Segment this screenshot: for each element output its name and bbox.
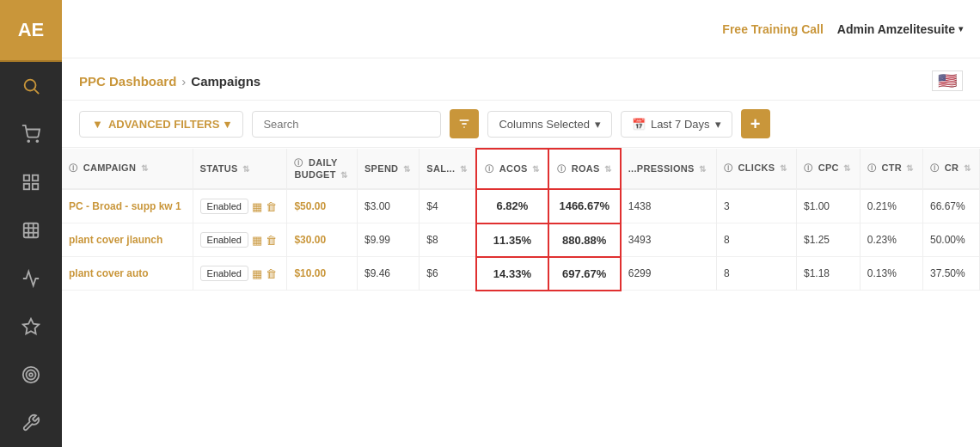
edit-icon[interactable]: ▦ bbox=[252, 267, 262, 280]
svg-rect-7 bbox=[24, 184, 29, 189]
delete-icon[interactable]: 🗑 bbox=[266, 267, 277, 280]
campaign-link[interactable]: plant cover jlaunch bbox=[69, 234, 162, 246]
cell-impressions: 1438 bbox=[621, 189, 717, 224]
search-input[interactable] bbox=[252, 111, 441, 138]
search-wrap bbox=[252, 111, 441, 138]
sidebar: AE bbox=[0, 0, 62, 447]
date-chevron-icon: ▾ bbox=[715, 118, 721, 131]
status-sort-icon[interactable]: ⇅ bbox=[242, 164, 249, 174]
topbar: Free Training Call Admin Amzelitesuite ▾ bbox=[62, 0, 980, 58]
user-menu[interactable]: Admin Amzelitesuite ▾ bbox=[837, 22, 963, 36]
add-button[interactable]: + bbox=[741, 109, 770, 138]
campaign-link[interactable]: plant cover auto bbox=[69, 267, 149, 279]
date-range-button[interactable]: 📅 Last 7 Days ▾ bbox=[621, 111, 732, 138]
spend-sort-icon[interactable]: ⇅ bbox=[403, 164, 410, 174]
th-ctr: ⓘ CTR ⇅ bbox=[860, 149, 922, 189]
clicks-info-icon: ⓘ bbox=[724, 163, 732, 173]
clicks-sort-icon[interactable]: ⇅ bbox=[780, 163, 787, 173]
cr-sort-icon[interactable]: ⇅ bbox=[964, 163, 971, 173]
th-sales: SAL... ⇅ bbox=[420, 149, 476, 189]
cell-acos: 11.35% bbox=[476, 224, 548, 257]
breadcrumb-bar: PPC Dashboard › Campaigns 🇺🇸 bbox=[62, 58, 980, 101]
delete-icon[interactable]: 🗑 bbox=[266, 234, 277, 247]
budget-sort-icon[interactable]: ⇅ bbox=[340, 170, 347, 180]
cr-info-icon: ⓘ bbox=[930, 163, 939, 173]
sales-sort-icon[interactable]: ⇅ bbox=[460, 164, 467, 174]
cell-campaign: PC - Broad - supp kw 1 bbox=[62, 189, 193, 224]
cell-status: Enabled ▦ 🗑 bbox=[193, 224, 287, 257]
svg-rect-4 bbox=[24, 175, 29, 181]
cell-roas: 697.67% bbox=[548, 257, 621, 291]
cpc-info-icon: ⓘ bbox=[804, 163, 812, 173]
user-chevron-icon: ▾ bbox=[959, 24, 963, 34]
cell-cr: 37.50% bbox=[922, 257, 979, 291]
cell-ctr: 0.21% bbox=[860, 189, 922, 224]
table-row: plant cover jlaunchEnabled ▦ 🗑$30.00$9.9… bbox=[62, 224, 980, 257]
table-row: PC - Broad - supp kw 1Enabled ▦ 🗑$50.00$… bbox=[62, 189, 980, 224]
cell-cr: 66.67% bbox=[922, 189, 979, 224]
country-flag[interactable]: 🇺🇸 bbox=[932, 70, 963, 91]
adv-filters-chevron-icon: ▾ bbox=[224, 118, 230, 131]
cell-daily_budget: $30.00 bbox=[287, 224, 358, 257]
cell-cpc: $1.25 bbox=[796, 224, 860, 257]
svg-point-2 bbox=[28, 140, 29, 142]
filter-apply-button[interactable] bbox=[450, 109, 479, 138]
cell-sales: $8 bbox=[420, 224, 476, 257]
budget-value: $10.00 bbox=[294, 267, 326, 279]
sidebar-item-target[interactable] bbox=[0, 351, 62, 399]
cell-clicks: 8 bbox=[716, 224, 796, 257]
budget-value: $50.00 bbox=[294, 200, 326, 212]
columns-selected-button[interactable]: Columns Selected ▾ bbox=[487, 111, 612, 138]
th-daily-budget: ⓘ DAILYBUDGET ⇅ bbox=[287, 149, 358, 189]
th-status: STATUS ⇅ bbox=[193, 149, 287, 189]
acos-info-icon: ⓘ bbox=[485, 164, 493, 174]
svg-rect-8 bbox=[24, 224, 39, 238]
table-body: PC - Broad - supp kw 1Enabled ▦ 🗑$50.00$… bbox=[62, 189, 980, 291]
acos-sort-icon[interactable]: ⇅ bbox=[532, 164, 539, 174]
sidebar-item-tools[interactable] bbox=[0, 399, 62, 447]
th-impressions: ...PRESSIONS ⇅ bbox=[621, 149, 717, 189]
cell-roas: 1466.67% bbox=[548, 189, 621, 224]
roas-sort-icon[interactable]: ⇅ bbox=[604, 164, 611, 174]
ctr-sort-icon[interactable]: ⇅ bbox=[906, 163, 913, 173]
calendar-icon: 📅 bbox=[632, 118, 646, 131]
campaign-sort-icon[interactable]: ⇅ bbox=[141, 163, 148, 173]
cell-acos: 6.82% bbox=[476, 189, 548, 224]
th-clicks: ⓘ CLICKS ⇅ bbox=[716, 149, 796, 189]
svg-point-3 bbox=[36, 140, 38, 142]
campaigns-table-wrap: ⓘ CAMPAIGN ⇅ STATUS ⇅ ⓘ DAILYBUDGET ⇅ bbox=[62, 148, 980, 447]
edit-icon[interactable]: ▦ bbox=[252, 234, 262, 247]
sidebar-item-reports[interactable] bbox=[0, 158, 62, 206]
advanced-filters-button[interactable]: ▼ ADVANCED FILTERS ▾ bbox=[79, 111, 243, 138]
svg-rect-6 bbox=[33, 184, 38, 189]
breadcrumb-ppc-link[interactable]: PPC Dashboard bbox=[79, 74, 176, 89]
cell-daily_budget: $50.00 bbox=[287, 189, 358, 224]
ctr-info-icon: ⓘ bbox=[867, 163, 876, 173]
breadcrumb-current: Campaigns bbox=[191, 74, 260, 89]
cell-daily_budget: $10.00 bbox=[287, 257, 358, 291]
cell-impressions: 6299 bbox=[621, 257, 717, 291]
impr-sort-icon[interactable]: ⇅ bbox=[699, 164, 706, 174]
cell-sales: $4 bbox=[420, 189, 476, 224]
svg-point-0 bbox=[25, 80, 36, 91]
sidebar-item-chart[interactable] bbox=[0, 254, 62, 303]
cpc-sort-icon[interactable]: ⇅ bbox=[843, 163, 850, 173]
sidebar-item-grid[interactable] bbox=[0, 206, 62, 254]
sidebar-item-search[interactable] bbox=[0, 62, 62, 110]
svg-point-15 bbox=[27, 370, 36, 380]
status-badge: Enabled bbox=[200, 266, 248, 281]
cell-cr: 50.00% bbox=[922, 224, 979, 257]
edit-icon[interactable]: ▦ bbox=[252, 200, 262, 213]
campaign-info-icon: ⓘ bbox=[69, 163, 77, 173]
sidebar-item-cart[interactable] bbox=[0, 110, 62, 158]
delete-icon[interactable]: 🗑 bbox=[266, 200, 277, 213]
sidebar-item-campaigns[interactable] bbox=[0, 303, 62, 351]
cell-clicks: 3 bbox=[716, 189, 796, 224]
training-link[interactable]: Free Training Call bbox=[722, 22, 823, 36]
cell-ctr: 0.23% bbox=[860, 224, 922, 257]
cell-spend: $9.46 bbox=[357, 257, 419, 291]
campaign-link[interactable]: PC - Broad - supp kw 1 bbox=[69, 200, 181, 212]
budget-info-icon: ⓘ bbox=[294, 158, 303, 168]
status-badge: Enabled bbox=[200, 199, 248, 214]
th-campaign: ⓘ CAMPAIGN ⇅ bbox=[62, 149, 193, 189]
